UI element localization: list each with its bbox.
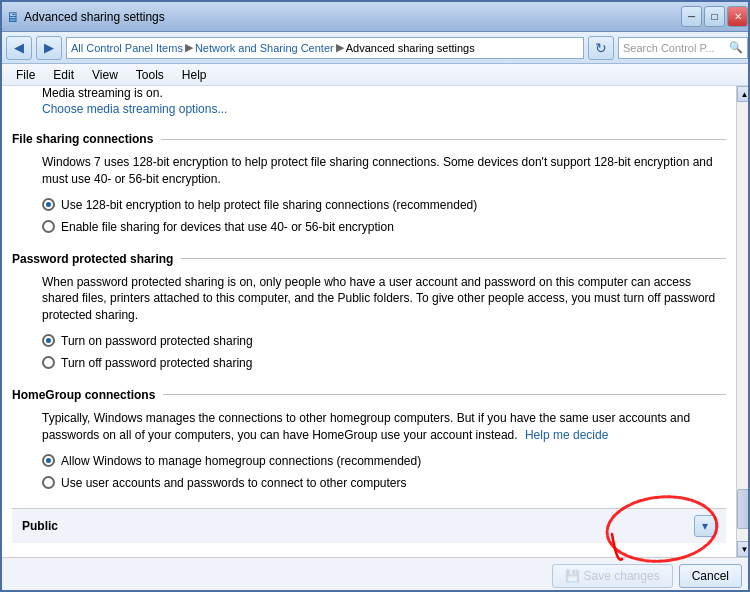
password-sharing-desc: When password protected sharing is on, o…	[32, 274, 726, 324]
password-option-1[interactable]: Turn on password protected sharing	[32, 332, 726, 350]
media-streaming-status: Media streaming is on. Choose media stre…	[12, 86, 726, 116]
homegroup-body: Typically, Windows manages the connectio…	[12, 410, 726, 492]
title-bar-title: Advanced sharing settings	[24, 10, 165, 24]
forward-button[interactable]: ▶	[36, 36, 62, 60]
radio-file-2[interactable]	[42, 220, 55, 233]
password-sharing-line	[181, 258, 726, 259]
homegroup-help-link[interactable]: Help me decide	[525, 428, 608, 442]
search-icon: 🔍	[729, 41, 743, 54]
menu-tools[interactable]: Tools	[128, 66, 172, 84]
homegroup-label-1: Allow Windows to manage homegroup connec…	[61, 452, 421, 470]
path-network[interactable]: Network and Sharing Center	[195, 42, 334, 54]
homegroup-option-1[interactable]: Allow Windows to manage homegroup connec…	[32, 452, 726, 470]
address-path[interactable]: All Control Panel Items ▶ Network and Sh…	[66, 37, 584, 59]
public-label: Public	[22, 519, 58, 533]
scrollbar-track-area[interactable]	[737, 102, 750, 541]
cancel-button[interactable]: Cancel	[679, 564, 742, 588]
title-bar-left: 🖥 Advanced sharing settings	[6, 9, 165, 25]
address-bar: ◀ ▶ All Control Panel Items ▶ Network an…	[2, 32, 750, 64]
homegroup-label-2: Use user accounts and passwords to conne…	[61, 474, 407, 492]
public-expand-button[interactable]: ▾	[694, 515, 716, 537]
file-sharing-label-1: Use 128-bit encryption to help protect f…	[61, 196, 477, 214]
file-sharing-header: File sharing connections	[12, 132, 726, 146]
bottom-bar: 💾 Save changes Cancel	[2, 557, 750, 592]
homegroup-section: HomeGroup connections Typically, Windows…	[12, 388, 726, 492]
homegroup-desc: Typically, Windows manages the connectio…	[32, 410, 726, 444]
back-button[interactable]: ◀	[6, 36, 32, 60]
path-sep2: ▶	[336, 41, 344, 54]
password-option-2[interactable]: Turn off password protected sharing	[32, 354, 726, 372]
close-button[interactable]: ✕	[727, 6, 748, 27]
radio-homegroup-1[interactable]	[42, 454, 55, 467]
media-streaming-section: Media streaming is on. Choose media stre…	[12, 86, 726, 116]
path-sep1: ▶	[185, 41, 193, 54]
password-sharing-body: When password protected sharing is on, o…	[12, 274, 726, 372]
content-area: Media streaming is on. Choose media stre…	[2, 86, 750, 592]
password-label-1: Turn on password protected sharing	[61, 332, 253, 350]
radio-homegroup-2[interactable]	[42, 476, 55, 489]
minimize-button[interactable]: ─	[681, 6, 702, 27]
menu-edit[interactable]: Edit	[45, 66, 82, 84]
file-sharing-section: File sharing connections Windows 7 uses …	[12, 132, 726, 236]
homegroup-header: HomeGroup connections	[12, 388, 726, 402]
homegroup-title: HomeGroup connections	[12, 388, 155, 402]
homegroup-option-2[interactable]: Use user accounts and passwords to conne…	[32, 474, 726, 492]
homegroup-line	[163, 394, 726, 395]
scrollbar-up-arrow[interactable]: ▲	[737, 86, 751, 102]
save-icon: 💾	[565, 569, 580, 583]
file-sharing-line	[161, 139, 726, 140]
file-sharing-label-2: Enable file sharing for devices that use…	[61, 218, 394, 236]
refresh-button[interactable]: ↻	[588, 36, 614, 60]
path-current: Advanced sharing settings	[346, 42, 475, 54]
password-label-2: Turn off password protected sharing	[61, 354, 252, 372]
radio-password-2[interactable]	[42, 356, 55, 369]
file-sharing-body: Windows 7 uses 128-bit encryption to hel…	[12, 154, 726, 236]
search-box[interactable]: Search Control P... 🔍	[618, 37, 748, 59]
save-label: Save changes	[584, 569, 660, 583]
path-controlpanel[interactable]: All Control Panel Items	[71, 42, 183, 54]
menu-bar: File Edit View Tools Help	[2, 64, 750, 86]
scrollbar[interactable]: ▲ ▼	[736, 86, 750, 557]
password-sharing-header: Password protected sharing	[12, 252, 726, 266]
menu-file[interactable]: File	[8, 66, 43, 84]
password-sharing-section: Password protected sharing When password…	[12, 252, 726, 372]
content-panel[interactable]: Media streaming is on. Choose media stre…	[2, 86, 736, 557]
radio-file-1[interactable]	[42, 198, 55, 211]
maximize-button[interactable]: □	[704, 6, 725, 27]
title-bar-controls: ─ □ ✕	[681, 6, 748, 27]
cancel-label: Cancel	[692, 569, 729, 583]
title-bar: 🖥 Advanced sharing settings ─ □ ✕	[2, 2, 750, 32]
scroll-area: Media streaming is on. Choose media stre…	[2, 86, 750, 557]
menu-view[interactable]: View	[84, 66, 126, 84]
password-sharing-title: Password protected sharing	[12, 252, 173, 266]
scrollbar-down-arrow[interactable]: ▼	[737, 541, 751, 557]
file-sharing-option-2[interactable]: Enable file sharing for devices that use…	[32, 218, 726, 236]
search-placeholder: Search Control P...	[623, 42, 715, 54]
scrollbar-thumb[interactable]	[737, 489, 750, 529]
radio-password-1[interactable]	[42, 334, 55, 347]
window-icon: 🖥	[6, 9, 20, 25]
file-sharing-desc: Windows 7 uses 128-bit encryption to hel…	[32, 154, 726, 188]
file-sharing-title: File sharing connections	[12, 132, 153, 146]
menu-help[interactable]: Help	[174, 66, 215, 84]
file-sharing-option-1[interactable]: Use 128-bit encryption to help protect f…	[32, 196, 726, 214]
public-section-bar: Public ▾	[12, 508, 726, 543]
save-changes-button[interactable]: 💾 Save changes	[552, 564, 673, 588]
media-streaming-link[interactable]: Choose media streaming options...	[42, 102, 227, 116]
